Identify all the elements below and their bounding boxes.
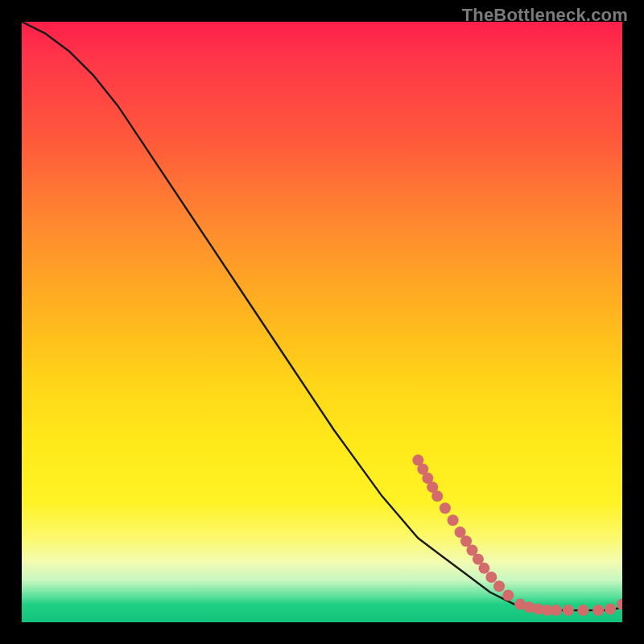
- chart-curve: [22, 22, 622, 610]
- chart-svg: [22, 22, 622, 622]
- plot-area: [22, 22, 622, 622]
- chart-root: TheBottleneck.com: [0, 0, 644, 644]
- chart-dot: [440, 502, 451, 514]
- chart-dot: [563, 605, 574, 616]
- chart-dot: [592, 605, 604, 616]
- chart-dot: [493, 580, 505, 592]
- chart-dot: [478, 563, 489, 574]
- chart-dot: [448, 514, 459, 526]
- chart-dot: [502, 589, 514, 601]
- chart-dot: [485, 572, 497, 583]
- chart-dot: [605, 604, 616, 615]
- chart-dots: [412, 455, 622, 617]
- chart-dot: [431, 490, 443, 502]
- chart-dot: [578, 605, 589, 616]
- chart-dot: [551, 605, 562, 616]
